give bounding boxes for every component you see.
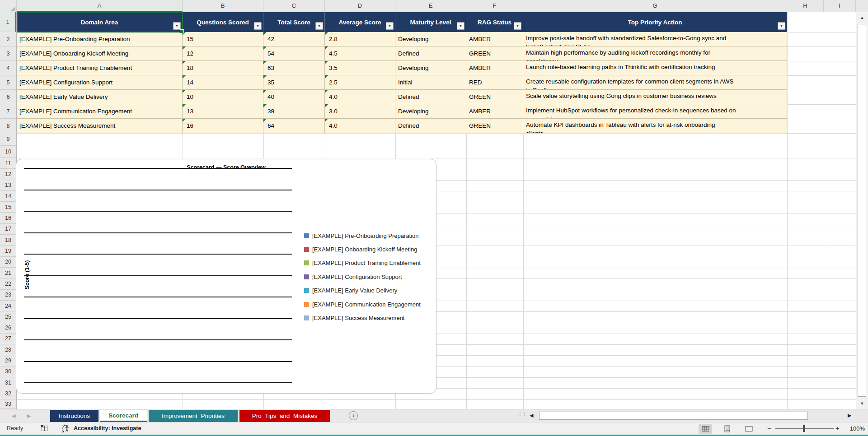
cell-E2[interactable]: Developing — [395, 32, 466, 46]
column-header-h[interactable]: H — [787, 0, 824, 12]
cell-F5[interactable]: RED — [466, 75, 523, 90]
column-header-b[interactable]: B — [183, 0, 263, 12]
row-header-20[interactable]: 20 — [0, 257, 16, 268]
legend-item[interactable]: [EXAMPLE] Configuration Support — [304, 270, 402, 283]
row-header-28[interactable]: 28 — [0, 344, 16, 355]
row-header-1[interactable]: 1 — [0, 12, 16, 32]
cell-D4[interactable]: 3.5 — [325, 61, 395, 75]
cell-A5[interactable]: [EXAMPLE] Configuration Support — [17, 75, 183, 90]
zoom-slider-handle[interactable] — [803, 425, 805, 432]
legend-item[interactable]: [EXAMPLE] Success Measurement — [304, 311, 404, 325]
cell-E4[interactable]: Developing — [395, 61, 466, 75]
cell-C2[interactable]: 42 — [263, 32, 325, 46]
column-header-i[interactable]: I — [824, 0, 856, 12]
cell-E5[interactable]: Initial — [395, 75, 466, 90]
page-layout-view-button[interactable] — [720, 424, 734, 434]
table-header-total-score[interactable]: Total Score▼ — [263, 12, 325, 32]
cell-G2[interactable]: Improve post-sale handoff with standardi… — [523, 32, 787, 46]
row-header-12[interactable]: 12 — [0, 169, 16, 180]
cell-B4[interactable]: 18 — [183, 61, 263, 75]
table-header-average-score[interactable]: Average Score▼ — [325, 12, 395, 32]
record-macro-icon[interactable] — [41, 425, 48, 433]
cell-B2[interactable]: 15 — [183, 32, 263, 46]
sheet-tab-improvement_priorities[interactable]: Improvement_Priorities — [149, 410, 238, 422]
scroll-right-icon[interactable]: ▶ — [848, 413, 851, 418]
table-header-top-priority-action[interactable]: Top Priority Action▼ — [523, 12, 787, 32]
row-header-8[interactable]: 8 — [0, 119, 16, 133]
cell-D5[interactable]: 2.5 — [325, 75, 395, 90]
zoom-in-button[interactable]: + — [835, 424, 840, 432]
row-header-11[interactable]: 11 — [0, 158, 16, 169]
row-header-13[interactable]: 13 — [0, 180, 16, 191]
cell-A4[interactable]: [EXAMPLE] Product Training Enablement — [17, 61, 183, 75]
cell-E6[interactable]: Defined — [395, 90, 466, 104]
cell-A7[interactable]: [EXAMPLE] Communication Engagement — [17, 104, 183, 119]
row-header-9[interactable]: 9 — [0, 133, 16, 146]
cell-B6[interactable]: 10 — [183, 90, 263, 104]
cell-D7[interactable]: 3.0 — [325, 104, 395, 119]
zoom-out-button[interactable]: − — [767, 424, 771, 432]
row-header-19[interactable]: 19 — [0, 246, 16, 256]
row-header-32[interactable]: 32 — [0, 388, 16, 399]
filter-dropdown-button[interactable]: ▼ — [778, 22, 785, 30]
scroll-down-icon[interactable]: ▼ — [856, 401, 868, 406]
row-header-3[interactable]: 3 — [0, 46, 16, 61]
legend-item[interactable]: [EXAMPLE] Pre-Onboarding Preparation — [304, 229, 419, 242]
scroll-left-icon[interactable]: ◀ — [530, 413, 533, 418]
row-header-33[interactable]: 33 — [0, 399, 16, 409]
column-header-d[interactable]: D — [325, 0, 395, 12]
legend-item[interactable]: [EXAMPLE] Product Training Enablement — [304, 256, 421, 270]
select-all-button[interactable] — [0, 0, 17, 12]
legend-item[interactable]: [EXAMPLE] Communication Engagement — [304, 297, 421, 311]
row-header-15[interactable]: 15 — [0, 202, 16, 213]
cell-C5[interactable]: 35 — [263, 75, 325, 90]
cell-D3[interactable]: 4.5 — [325, 46, 395, 61]
cell-A3[interactable]: [EXAMPLE] Onboarding Kickoff Meeting — [17, 46, 183, 61]
sheet-tab-pro_tips_and_mistakes[interactable]: Pro_Tips_and_Mistakes — [239, 410, 330, 422]
cell-D6[interactable]: 4.0 — [325, 90, 395, 104]
normal-view-button[interactable] — [699, 424, 712, 434]
row-header-30[interactable]: 30 — [0, 366, 16, 377]
legend-item[interactable]: [EXAMPLE] Early Value Delivery — [304, 284, 397, 297]
filter-dropdown-button[interactable]: ▼ — [386, 22, 394, 30]
tab-scroll-left-icon[interactable]: ◀ — [12, 413, 15, 419]
filter-dropdown-button[interactable]: ▼ — [315, 22, 323, 30]
legend-item[interactable]: [EXAMPLE] Onboarding Kickoff Meeting — [304, 242, 417, 256]
cell-E7[interactable]: Developing — [395, 104, 466, 119]
sheet-tab-scorecard[interactable]: Scorecard — [100, 410, 147, 422]
row-header-4[interactable]: 4 — [0, 61, 16, 75]
cell-F2[interactable]: AMBER — [466, 32, 523, 46]
scroll-up-icon[interactable]: ▲ — [856, 15, 868, 20]
row-header-27[interactable]: 27 — [0, 334, 16, 344]
cell-B8[interactable]: 16 — [183, 119, 263, 133]
vertical-scrollbar-thumb[interactable] — [858, 24, 866, 397]
cell-G8[interactable]: Automate KPI dashboards in Tableau with … — [523, 119, 787, 133]
row-header-22[interactable]: 22 — [0, 278, 16, 289]
horizontal-scrollbar-thumb[interactable] — [539, 412, 808, 420]
row-header-2[interactable]: 2 — [0, 32, 16, 46]
cell-E8[interactable]: Defined — [395, 119, 466, 133]
row-header-17[interactable]: 17 — [0, 224, 16, 235]
row-header-24[interactable]: 24 — [0, 301, 16, 311]
row-header-21[interactable]: 21 — [0, 268, 16, 278]
row-header-16[interactable]: 16 — [0, 213, 16, 224]
tab-scroll-right-icon[interactable]: ▶ — [27, 413, 31, 419]
filter-dropdown-button[interactable]: ▼ — [254, 22, 262, 30]
cell-A2[interactable]: [EXAMPLE] Pre-Onboarding Preparation — [17, 32, 183, 46]
row-header-23[interactable]: 23 — [0, 290, 16, 301]
page-break-preview-button[interactable] — [742, 424, 755, 434]
scrollbar-splitter-handle[interactable]: ⋮⋮ — [518, 413, 521, 419]
zoom-level[interactable]: 100% — [844, 425, 865, 432]
chart-title[interactable]: Scorecard — Score Overview — [16, 164, 436, 171]
cell-C8[interactable]: 64 — [263, 119, 325, 133]
cell-E3[interactable]: Defined — [395, 46, 466, 61]
cell-A8[interactable]: [EXAMPLE] Success Measurement — [17, 119, 183, 133]
cell-F3[interactable]: GREEN — [466, 46, 523, 61]
cell-F4[interactable]: AMBER — [466, 61, 523, 75]
row-header-10[interactable]: 10 — [0, 146, 16, 158]
row-header-31[interactable]: 31 — [0, 377, 16, 388]
row-header-18[interactable]: 18 — [0, 235, 16, 246]
new-sheet-button[interactable]: + — [349, 411, 358, 420]
row-header-25[interactable]: 25 — [0, 311, 16, 322]
column-header-e[interactable]: E — [395, 0, 466, 12]
